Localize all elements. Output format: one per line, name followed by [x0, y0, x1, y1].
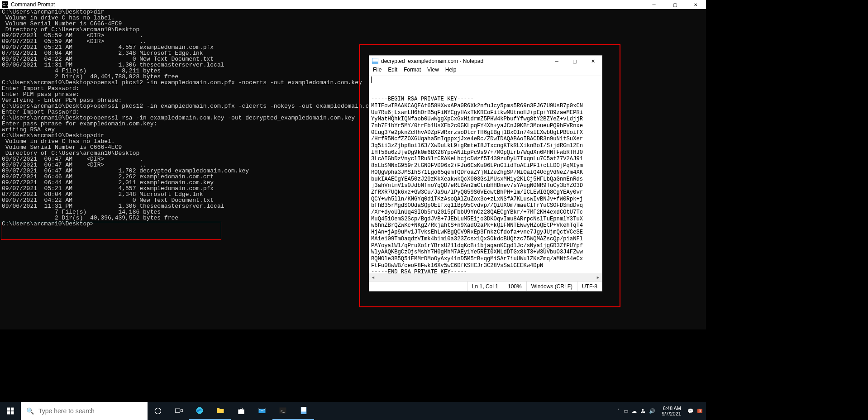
notepad-line: FtFu08wWB/ceoF8Fwk16Xv5wC6DfKSHCJr3C28Vs…: [371, 262, 600, 269]
notepad-title: decrypted_exampledomain.com - Notepad: [381, 58, 483, 64]
mail-icon: [258, 406, 267, 415]
clock-time: 6:48 AM: [662, 406, 681, 411]
cmd-icon: C:\: [2, 1, 8, 8]
notepad-menu: File Edit Format View Help: [369, 67, 602, 76]
windows-icon: [6, 406, 15, 415]
status-eol: Windows (CRLF): [526, 282, 577, 291]
svg-text:>_: >_: [281, 409, 285, 413]
notepad-line: HjAn+jAp9uMv1JTvksEhLwKBgQCV9RxEp3FnkzCf…: [371, 229, 600, 236]
np-close-button[interactable]: ✕: [584, 56, 602, 67]
taskbar-notepad[interactable]: [293, 402, 314, 420]
np-minimize-button[interactable]: ─: [548, 56, 566, 67]
notepad-line: 3LcAIGbDzVnyclIRuNlrCRAKeLhcjcDWzf5T439z…: [371, 156, 600, 162]
notepad-statusbar: Ln 1, Col 1 100% Windows (CRLF) UTF-8: [369, 281, 602, 291]
task-view-button[interactable]: [168, 402, 189, 420]
start-button[interactable]: [0, 402, 21, 420]
clock-date: 9/7/2021: [662, 411, 681, 416]
clock[interactable]: 6:48 AM 9/7/2021: [659, 406, 684, 416]
notepad-line: MuQ45iOemS2Scp/BgdJVB+7JEbLuM5E1jo3DKOqv…: [371, 216, 600, 223]
notepad-line: w6hnZBrQZwKc+NKg2/RkjahtS+n9XadOzaPk+kQi…: [371, 222, 600, 229]
minimize-button[interactable]: ─: [644, 0, 664, 9]
notepad-line: 8xLbSMNxG959r2tGN0FVD06x2+FJu6CsKu06LPnG…: [371, 162, 600, 169]
taskbar-store[interactable]: [231, 402, 252, 420]
notepad-line: 3q5ii3zZjbp8oil63/XwDuLkL9+gRmteI8JTxcng…: [371, 143, 600, 149]
notepad-line: bukIAAECgYEA50zJ20zKkXeakwkQcX003GslMUsx…: [371, 176, 600, 183]
status-zoom: 100%: [503, 282, 526, 291]
search-placeholder: Type here to search: [38, 407, 95, 415]
taskbar-cmd[interactable]: >_: [272, 402, 293, 420]
tray-notifications-icon[interactable]: 💬: [687, 408, 694, 414]
search-box[interactable]: 🔍 Type here to search: [21, 402, 148, 420]
text-caret: [371, 76, 372, 83]
notepad-window: decrypted_exampledomain.com - Notepad ─ …: [369, 55, 602, 291]
np-maximize-button[interactable]: ▢: [566, 56, 584, 67]
svg-point-0: [155, 408, 161, 414]
close-button[interactable]: ✕: [685, 0, 706, 9]
system-tray: ˄ ▭ ☁ 🖧 🔊 6:48 AM 9/7/2021 💬 3: [614, 406, 706, 416]
edge-icon: [195, 406, 204, 415]
highlight-files-box: [1, 222, 221, 240]
taskbar: 🔍 Type here to search >_ ˄ ▭ ☁ 🖧 🔊 6:48 …: [0, 402, 706, 420]
notepad-icon: [372, 58, 378, 64]
cmd-titlebar[interactable]: C:\ Command Prompt ─ ▢ ✕: [0, 0, 706, 9]
status-position: Ln 1, Col 1: [467, 282, 503, 291]
notepad-line: -----END RSA PRIVATE KEY-----: [371, 269, 600, 273]
notepad-line: ZfRXR7UQk6xz+GW3Cu/Ja9u/lPyQG59S6VEcwtBh…: [371, 189, 600, 196]
notepad-task-icon: [299, 406, 308, 415]
task-view-icon: [174, 406, 183, 415]
notification-badge: 3: [697, 409, 702, 413]
tray-chevron-icon[interactable]: ˄: [617, 408, 620, 414]
horizontal-scrollbar[interactable]: ◄ ►: [369, 273, 602, 281]
menu-format[interactable]: Format: [404, 67, 421, 76]
notepad-line: BQNOle3B5Q51EMMrDMoOyAxy41nD5M5tB+qgMiSA…: [371, 256, 600, 262]
taskbar-explorer[interactable]: [210, 402, 231, 420]
terminal-icon: >_: [278, 406, 287, 415]
notepad-line: lHT58u6zJjeDg9k0m6BX28YpoANlEpPc9s97+7MO…: [371, 149, 600, 156]
svg-rect-10: [301, 412, 306, 414]
notepad-line: -----BEGIN RSA PRIVATE KEY-----: [371, 96, 600, 103]
notepad-line: bfhB35rMgdSOUdaSQpOEIfxq11Bp95Cvdvp//QiU…: [371, 202, 600, 209]
notepad-line: PAYoyalWl/qPruXo1rYBrsU21ldqKcB+1bjaganK…: [371, 243, 600, 249]
cmd-title: Command Prompt: [11, 1, 55, 8]
notepad-line: 0Eug37e2pknZcHhvADZpFWRxrzsoDtcrTH6gIBgj…: [371, 129, 600, 136]
search-icon: 🔍: [26, 407, 34, 415]
notepad-line: 7nb7E1bYr5MY/0trEb1UsXEb2c0GKLpqFY4Xh+ya…: [371, 123, 600, 129]
notepad-line: /HrfR5NcfZZOXGUqaha5mIqppxjJxe4eRc/ZDwID…: [371, 136, 600, 143]
notepad-line: MAie109TmOaqdzVImk4b1m10a323Zcsx1QxSOkdc…: [371, 236, 600, 243]
svg-rect-1: [176, 409, 180, 412]
notepad-line: Uu7Ru6jLxwmLH6hOrB5qFiNYCgyHAxTkKRCoFitk…: [371, 110, 600, 116]
scroll-left-icon[interactable]: ◄: [369, 273, 377, 281]
menu-file[interactable]: File: [373, 67, 382, 76]
cortana-button[interactable]: [148, 402, 168, 420]
tray-meet-icon[interactable]: ▭: [624, 408, 628, 414]
notepad-titlebar[interactable]: decrypted_exampledomain.com - Notepad ─ …: [369, 56, 602, 67]
svg-rect-2: [181, 410, 182, 412]
notepad-line: j3ahVntmV1s0JdbNfnoYqQD7eRLBAn2mCtnbHHDn…: [371, 182, 600, 189]
cortana-icon: [153, 406, 162, 415]
notepad-text-area[interactable]: -----BEGIN RSA PRIVATE KEY-----MIIEowIBA…: [369, 76, 602, 273]
svg-rect-5: [240, 408, 243, 409]
taskbar-mail[interactable]: [252, 402, 272, 420]
store-icon: [237, 406, 246, 415]
menu-edit[interactable]: Edit: [388, 67, 397, 76]
tray-network-icon[interactable]: 🖧: [640, 408, 645, 414]
taskbar-edge[interactable]: [189, 402, 210, 420]
menu-view[interactable]: View: [427, 67, 439, 76]
menu-help[interactable]: Help: [445, 67, 457, 76]
notepad-line: MIIEowIBAAKCAQEAt658HXwxAPa0R6Xk2nfuJcy5…: [371, 103, 600, 110]
notepad-line: /Xr+dyoUlnUq4SIOb5ru20i5pFbbU9YnCz28QAEC…: [371, 209, 600, 216]
notepad-line: WlyAAQKBgCzOjsMshY7H0gMhM7AEy1Ye5REI0XNL…: [371, 249, 600, 256]
maximize-button[interactable]: ▢: [664, 0, 685, 9]
tray-volume-icon[interactable]: 🔊: [649, 408, 655, 414]
svg-rect-4: [238, 410, 244, 414]
notepad-line: ROQgWpha3JMSIhS71Lgo65qemTQDroaZYjNIZeZh…: [371, 169, 600, 176]
scroll-right-icon[interactable]: ►: [594, 273, 602, 281]
tray-onedrive-icon[interactable]: ☁: [632, 408, 637, 414]
notepad-line: QCY+wh5lln/KNGYq0diTKzAsoQAlZuZox3o+zLxN…: [371, 196, 600, 203]
status-encoding: UTF-8: [577, 282, 602, 291]
notepad-line: YyNatHQhkIQNfaob0UwWggXpCxGxHidrmZ5PHW4k…: [371, 116, 600, 123]
folder-icon: [216, 406, 225, 415]
